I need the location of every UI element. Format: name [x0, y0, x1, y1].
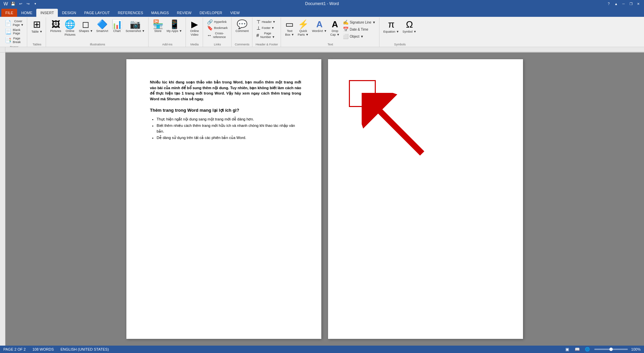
my-apps-icon: 📱: [169, 20, 180, 29]
minimize-button[interactable]: ─: [620, 1, 627, 7]
print-layout-view-button[interactable]: ▣: [564, 346, 571, 353]
zoom-slider[interactable]: [594, 349, 628, 350]
page-info: PAGE 2 OF 2: [3, 347, 26, 351]
cover-page-button[interactable]: 📄 CoverPage ▼: [3, 19, 25, 28]
media-group-content: ▶ OnlineVideo: [189, 18, 201, 42]
save-button[interactable]: 💾: [10, 1, 16, 7]
ribbon-group-header-footer: ⊤ Header ▼ ⊥ Footer ▼ # PageNumber ▼ Hea…: [253, 17, 281, 47]
chart-icon: 📊: [112, 20, 122, 29]
title-bar-controls: ? ▲ ─ ❐ ✕: [606, 1, 641, 7]
customize-quick-access[interactable]: ▼: [32, 1, 38, 7]
my-apps-button[interactable]: 📱 My Apps ▼: [165, 19, 184, 34]
store-button[interactable]: 🏪 Store: [151, 19, 165, 34]
bullet-1: Thực hiện ngắt nội dung sang một trang m…: [157, 116, 301, 122]
undo-button[interactable]: ↩: [17, 1, 24, 7]
quick-access-toolbar: W 💾 ↩ ↪ ▼: [3, 1, 38, 7]
text-group-content: ▭ TextBox ▼ ⚡ QuickParts ▼ A WordArt ▼ A…: [284, 18, 377, 42]
tab-file[interactable]: FILE: [1, 9, 17, 17]
zoom-thumb: [609, 348, 613, 351]
online-video-icon: ▶: [191, 20, 198, 29]
ribbon-display-button[interactable]: ▲: [613, 1, 619, 7]
drop-cap-icon: A: [332, 20, 338, 29]
online-pictures-button[interactable]: 🌐 OnlinePictures: [63, 19, 77, 38]
store-icon: 🏪: [153, 20, 163, 29]
tab-page-layout[interactable]: PAGE LAYOUT: [80, 9, 114, 17]
restore-button[interactable]: ❐: [628, 1, 634, 7]
illustrations-group-label: Illustrations: [49, 42, 146, 47]
page-number-icon: #: [256, 33, 259, 38]
page-number-button[interactable]: # PageNumber ▼: [255, 31, 279, 40]
ribbon-group-media: ▶ OnlineVideo Media: [187, 17, 203, 47]
footer-button[interactable]: ⊥ Footer ▼: [255, 25, 279, 31]
tab-mailings[interactable]: MAILINGS: [147, 9, 173, 17]
bullet-list: Thực hiện ngắt nội dung sang một trang m…: [157, 116, 301, 141]
ribbon-group-links: 🔗 Hyperlink 🔖 Bookmark ↔ Cross-reference…: [204, 17, 232, 47]
signature-line-icon: ✍: [343, 20, 349, 25]
bullet-2: Biết thêm nhiều cách thêm trang mới hữu …: [157, 123, 301, 134]
header-footer-group-content: ⊤ Header ▼ ⊥ Footer ▼ # PageNumber ▼: [255, 18, 279, 42]
paragraph-1: Nhiều lúc khi đang soạn thảo văn bản tro…: [150, 79, 301, 102]
date-time-button[interactable]: 📅 Date & Time: [341, 26, 377, 33]
tab-review[interactable]: REVIEW: [173, 9, 195, 17]
ribbon-group-symbols: π Equation ▼ Ω Symbol ▼ Symbols: [380, 17, 420, 47]
object-icon: ⬜: [343, 34, 349, 39]
date-time-icon: 📅: [343, 27, 349, 32]
ribbon-tabs: FILE HOME INSERT DESIGN PAGE LAYOUT REFE…: [0, 7, 644, 17]
tab-insert[interactable]: INSERT: [36, 9, 58, 17]
symbol-icon: Ω: [406, 20, 413, 29]
screenshot-button[interactable]: 📷 Screenshot ▼: [124, 19, 146, 34]
wordart-button[interactable]: A WordArt ▼: [311, 19, 328, 34]
blank-page-button[interactable]: 📃 BlankPage: [3, 28, 24, 36]
drop-cap-button[interactable]: A DropCap ▼: [329, 19, 341, 38]
text-cursor: [374, 112, 375, 117]
help-button[interactable]: ?: [606, 1, 612, 7]
read-mode-view-button[interactable]: 📖: [574, 346, 581, 353]
header-footer-group-label: Header & Footer: [255, 42, 279, 47]
doc-scroll-area: Nhiều lúc khi đang soạn thảo văn bản tro…: [0, 52, 644, 346]
header-button[interactable]: ⊤ Header ▼: [255, 19, 279, 25]
online-video-button[interactable]: ▶ OnlineVideo: [189, 19, 201, 38]
chart-button[interactable]: 📊 Chart: [110, 19, 124, 34]
bookmark-button[interactable]: 🔖 Bookmark: [206, 25, 229, 31]
horizontal-ruler: [5, 47, 644, 52]
symbols-group-content: π Equation ▼ Ω Symbol ▼: [382, 18, 418, 42]
tab-view[interactable]: VIEW: [226, 9, 244, 17]
tab-references[interactable]: REFERENCES: [114, 9, 147, 17]
shapes-icon: ◻: [82, 20, 89, 29]
signature-line-button[interactable]: ✍ Signature Line ▼: [341, 19, 377, 26]
quick-parts-button[interactable]: ⚡ QuickParts ▼: [296, 19, 310, 38]
redo-button[interactable]: ↪: [25, 1, 31, 7]
comment-icon: 💬: [237, 20, 247, 29]
cross-reference-button[interactable]: ↔ Cross-reference: [206, 31, 229, 40]
document-container[interactable]: Nhiều lúc khi đang soạn thảo văn bản tro…: [5, 52, 644, 346]
hyperlink-button[interactable]: 🔗 Hyperlink: [206, 19, 229, 25]
text-box-button[interactable]: ▭ TextBox ▼: [284, 19, 296, 38]
tables-group-content: ⊞ Table ▼: [30, 18, 44, 42]
pictures-button[interactable]: 🖼 Pictures: [49, 19, 63, 34]
ribbon-group-tables: ⊞ Table ▼ Tables: [28, 17, 46, 47]
comment-button[interactable]: 💬 Comment: [234, 19, 250, 34]
page-break-icon: 📑: [5, 38, 11, 43]
equation-button[interactable]: π Equation ▼: [382, 19, 401, 35]
shapes-button[interactable]: ◻ Shapes ▼: [77, 19, 94, 34]
vertical-ruler: [0, 52, 5, 346]
word-count: 108 WORDS: [32, 347, 54, 351]
tab-design[interactable]: DESIGN: [58, 9, 80, 17]
object-button[interactable]: ⬜ Object ▼: [341, 33, 377, 40]
ruler-area: [0, 47, 644, 52]
symbol-button[interactable]: Ω Symbol ▼: [401, 19, 418, 35]
tables-group-label: Tables: [30, 42, 44, 47]
smartart-button[interactable]: 🔷 SmartArt: [95, 19, 110, 34]
footer-icon: ⊥: [256, 26, 260, 30]
tab-developer[interactable]: DEVELOPER: [196, 9, 226, 17]
tab-home[interactable]: HOME: [17, 9, 36, 17]
page-break-button[interactable]: 📑 PageBreak: [3, 36, 24, 45]
web-layout-view-button[interactable]: 🌐: [584, 346, 591, 353]
ribbon-group-comments: 💬 Comment Comments: [232, 17, 252, 47]
cover-page-icon: 📄: [5, 21, 11, 26]
symbols-group-label: Symbols: [382, 42, 418, 47]
title-bar-left: W 💾 ↩ ↪ ▼: [3, 1, 38, 7]
close-button[interactable]: ✕: [635, 1, 641, 7]
bullet-3: Dễ dàng sử dụng trên tất cả các phiên bả…: [157, 135, 301, 141]
table-button[interactable]: ⊞ Table ▼: [30, 19, 44, 35]
